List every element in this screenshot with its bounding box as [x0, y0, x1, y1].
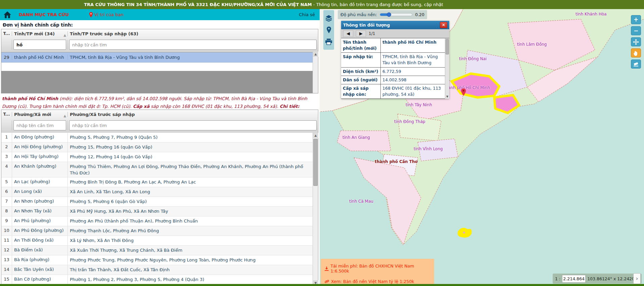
ward-filter-old-input[interactable] [69, 120, 317, 130]
popup-header[interactable]: Thông tin đối tượng × [341, 21, 449, 29]
popup-attribute-table: Tên thành phố/tỉnh (mới)thành phố Hồ Chí… [341, 38, 449, 99]
ward-new: An Lạc (phường) [12, 177, 68, 187]
province-section-label: Đơn vị hành chính cấp tỉnh: [3, 22, 73, 28]
map-label-ca-mau: tỉnh Cà Mau [349, 199, 373, 204]
opacity-slider[interactable] [380, 13, 413, 16]
province-table-scrollbar[interactable]: ▲ [313, 51, 318, 93]
popup-scrollbar[interactable]: ▼ [445, 38, 449, 99]
next-feature-icon[interactable]: ▶ [356, 30, 366, 37]
drag-hand-button[interactable] [631, 48, 641, 57]
table-row[interactable]: 2An Hội Đông (phường)Phường 15, Phường 1… [1, 142, 313, 152]
ward-old: Phường Thủ Thiêm, Phường An Lợi Đông, Ph… [68, 162, 313, 177]
table-row[interactable]: 13Bà Rịa (phường)Phường Phước Trung, Phư… [1, 255, 313, 265]
ward-col-index[interactable]: T... [1, 112, 12, 117]
share-button[interactable]: Chia sẻ [299, 12, 315, 17]
summary-name: thành phố Hồ Chí Minh [2, 96, 58, 101]
row-number: 11 [1, 236, 12, 245]
download-map-link[interactable]: Tải miễn phí: Bản đồ CHXHCN Việt Nam 1:6… [325, 263, 430, 274]
link-icon [325, 279, 329, 284]
map-label-khanh-hoa: tỉnh Khánh Hòa [576, 12, 607, 16]
scrollbar-thumb[interactable] [313, 139, 318, 186]
close-icon[interactable]: × [440, 22, 447, 28]
province-row-new: thành phố Hồ Chí Minh [12, 55, 68, 60]
sort-asc-icon: ▲ [63, 114, 66, 118]
scroll-up-icon[interactable]: ▲ [313, 133, 318, 138]
province-row-old: TPHCM, tỉnh Bà Rịa - Vũng Tàu và tỉnh Bì… [68, 55, 318, 60]
bottom-green-bar [0, 284, 644, 286]
attr-value: 168 ĐVHC (01 đặc khu, 113 phường, 54 xã) [381, 84, 449, 98]
ward-new: Bà Rịa (phường) [12, 255, 68, 265]
marker-tool-icon[interactable] [326, 27, 331, 33]
zoom-out-button[interactable]: − [631, 26, 641, 35]
location-pin-icon [89, 12, 93, 17]
province-col-index[interactable]: T... [1, 31, 12, 36]
zoom-in-button[interactable]: + [631, 15, 641, 24]
ward-table-scrollbar[interactable]: ▲ ▼ [313, 133, 318, 286]
table-row[interactable]: 14Bắc Tân Uyên (xã)Thị trấn Tân Thành, X… [1, 265, 313, 275]
scroll-up-icon[interactable]: ▲ [313, 51, 318, 57]
pan-button[interactable] [631, 37, 641, 46]
row-number: 10 [1, 226, 12, 236]
table-row[interactable]: 9An Phú (phường)Phường An Phú (thành phố… [1, 216, 313, 226]
row-number: 15 [1, 275, 12, 284]
table-row[interactable]: 8An Nhơn Tây (xã)Xã Phú Mỹ Hưng, Xã An P… [1, 207, 313, 216]
attribution-expand-button[interactable]: › [633, 273, 641, 284]
ward-new: Bàn Cờ (phường) [12, 275, 68, 284]
menu-danh-muc-tra-cuu[interactable]: DANH MỤC TRA CỨU [19, 12, 69, 17]
ward-col-old[interactable]: Phường/Xã trước sáp nhập [68, 112, 318, 117]
table-row[interactable]: 11An Thới Đông (xã)Xã Lý Nhơn, Xã An Thớ… [1, 236, 313, 246]
map-label-can-tho: thành phố Cần Thơ [375, 159, 418, 164]
view-basemap-link[interactable]: Xem: Bản đồ nền Việt Nam tỷ lệ 1:250k [325, 279, 430, 284]
table-row[interactable]: 6An Long (xã)Xã An Linh, Xã Tân Long, Xã… [1, 187, 313, 197]
attr-label: Sáp nhập từ: [341, 53, 381, 67]
scrollbar-thumb[interactable] [446, 39, 449, 54]
summary-detail-link[interactable]: Chi tiết: [280, 104, 300, 109]
ward-new: An Phú (phường) [12, 216, 68, 226]
ward-new: An Khánh (phường) [12, 162, 68, 177]
province-table-header: T... Tỉnh/TP mới (34)▲ Tỉnh/TP trước sáp… [1, 29, 318, 52]
map-label-vinh-long: tỉnh Vĩnh Long [414, 147, 443, 151]
province-filter-old-input[interactable] [69, 40, 317, 50]
home-icon[interactable] [3, 11, 11, 18]
table-row[interactable]: 10An Phú Đông (phường)Phường Thạnh Lộc, … [1, 226, 313, 236]
province-col-new[interactable]: Tỉnh/TP mới (34)▲ [12, 31, 68, 36]
eraser-button[interactable] [631, 59, 641, 69]
row-number: 1 [1, 133, 12, 142]
scroll-down-icon[interactable]: ▼ [445, 95, 449, 98]
attr-value: thành phố Hồ Chí Minh [381, 38, 449, 52]
scale-prefix: 1 : [555, 276, 560, 281]
ward-col-new[interactable]: Phường/Xã mới▲ [12, 112, 68, 117]
page-title: TRA CỨU THÔNG TIN 34 TỈNH/THÀNH PHỐ VÀ 3… [0, 0, 527, 9]
menu-your-location[interactable]: Vị trí của bạn [89, 12, 124, 17]
ward-old: Xã Xuân Thới Thượng, Xã Trung Chánh, Xã … [68, 246, 313, 255]
map-label-hcmc: thành phố Hồ Chí Minh [444, 85, 490, 90]
ward-filter-new-input[interactable] [13, 120, 66, 130]
scale-input[interactable]: 2.214.864 [562, 275, 586, 283]
ward-new: An Đông (phường) [12, 133, 68, 142]
table-row[interactable]: 1An Đông (phường)Phường 5, Phường 7, Phư… [1, 133, 313, 142]
table-row[interactable]: 12Bà Điểm (xã)Xã Xuân Thới Thượng, Xã Tr… [1, 246, 313, 255]
province-row-selected[interactable]: 29 thành phố Hồ Chí Minh TPHCM, tỉnh Bà … [1, 52, 318, 63]
province-col-old[interactable]: Tỉnh/TP trước sáp nhập (63) [68, 31, 318, 36]
table-row[interactable]: 7An Nhơn (phường)Phường 5, Phường 6 (quậ… [1, 197, 313, 207]
row-number: 2 [1, 142, 12, 152]
province-summary-text: thành phố Hồ Chí Minh (mới): diện tích 6… [2, 95, 316, 111]
slider-thumb[interactable] [387, 12, 391, 17]
ward-old: Phường Phước Trung, Phường Phước Nguyên,… [68, 255, 313, 265]
print-icon[interactable] [325, 39, 332, 45]
table-row[interactable]: 5An Lạc (phường)Phường Bình Trị Đông B, … [1, 177, 313, 187]
row-number: 9 [1, 216, 12, 226]
layers-icon[interactable] [325, 15, 332, 22]
row-number: 5 [1, 177, 12, 187]
page-header: TRA CỨU THÔNG TIN 34 TỈNH/THÀNH PHỐ VÀ 3… [0, 0, 644, 9]
province-row-number: 29 [1, 55, 12, 60]
province-filter-new-input[interactable] [13, 40, 66, 50]
table-row[interactable]: 15Bàn Cờ (phường)Phường 1, Phường 2, Phư… [1, 275, 313, 285]
location-label: Vị trí của bạn [94, 12, 124, 17]
row-number: 8 [1, 207, 12, 216]
opacity-value: 0.20 [415, 12, 424, 17]
table-row[interactable]: 4An Khánh (phường)Phường Thủ Thiêm, Phườ… [1, 162, 313, 177]
prev-feature-icon[interactable]: ◀ [343, 30, 353, 37]
table-row[interactable]: 3An Hội Tây (phường)Phường 12, Phường 14… [1, 152, 313, 162]
ward-new: An Nhơn (phường) [12, 197, 68, 206]
